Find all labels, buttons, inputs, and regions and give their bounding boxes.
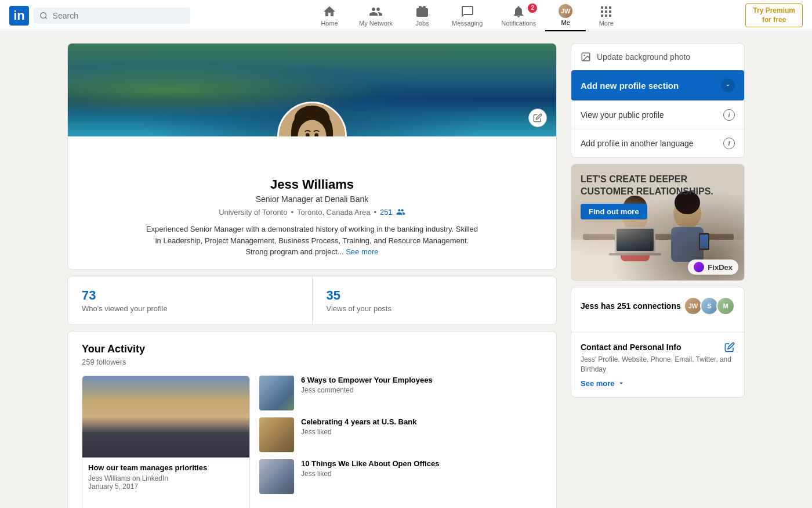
jobs-icon: [415, 5, 429, 19]
connections-icon: [396, 207, 405, 217]
activity-items: 6 Ways to Empower Your Employees Jess co…: [259, 376, 542, 509]
notification-badge: 2: [528, 3, 537, 13]
ad-brand-name: FixDex: [708, 263, 733, 272]
profile-banner: [68, 44, 556, 136]
svg-rect-7: [601, 15, 603, 17]
svg-rect-6: [609, 10, 611, 13]
connections-card: Jess has 251 connections JW S M Contact …: [571, 287, 745, 398]
connections-count[interactable]: 251: [380, 208, 393, 217]
bell-icon: [512, 5, 525, 19]
post-views-count: 35: [327, 288, 543, 303]
activity-item-3[interactable]: 10 Things We Like About Open Offices Jes…: [259, 459, 542, 494]
nav-jobs[interactable]: Jobs: [402, 0, 443, 31]
svg-rect-3: [609, 6, 611, 9]
featured-date: January 5, 2017: [88, 482, 244, 491]
activity-content: How our team manages priorities Jess Wil…: [82, 376, 542, 509]
featured-author: Jess Williams on LinkedIn: [88, 474, 244, 482]
activity-featured[interactable]: How our team manages priorities Jess Wil…: [82, 376, 250, 509]
svg-rect-9: [609, 15, 611, 17]
avatar: JW: [559, 4, 572, 18]
add-section-button[interactable]: Add new profile section: [571, 70, 744, 100]
search-icon: [39, 11, 48, 20]
profile-views-count: 73: [82, 288, 298, 303]
ad-image: LET'S CREATE DEEPER CUSTOMER RELATIONSHI…: [571, 164, 744, 280]
messaging-icon: [461, 5, 474, 19]
profile-title: Senior Manager at Denali Bank: [82, 194, 542, 204]
activity-item-1-title: 6 Ways to Empower Your Employees: [301, 376, 542, 384]
activity-followers: 259 followers: [82, 358, 542, 366]
activity-item-3-image: [259, 459, 294, 494]
ad-brand-logo: [694, 262, 704, 272]
nav-me[interactable]: JW Me: [545, 0, 586, 31]
featured-title: How our team manages priorities: [88, 463, 244, 472]
featured-image: [82, 376, 249, 457]
connections-label: Jess has 251 connections: [581, 301, 681, 311]
view-public-profile-link[interactable]: View your public profile i: [571, 100, 744, 129]
grid-icon: [599, 5, 613, 19]
profile-section: Jess Williams Senior Manager at Denali B…: [67, 43, 557, 508]
edit-profile-photo-button[interactable]: [528, 109, 547, 127]
edit-contact-icon[interactable]: [724, 342, 735, 352]
navbar: in Home My Network Jobs Messaging 2: [0, 0, 812, 31]
profile-name: Jess Williams: [82, 177, 542, 192]
activity-title: Your Activity: [82, 343, 542, 355]
sidebar: Update background photo Add new profile …: [571, 43, 745, 508]
nav-messaging[interactable]: Messaging: [443, 0, 492, 31]
search-box[interactable]: [34, 8, 190, 24]
activity-card: Your Activity 259 followers How our team…: [67, 331, 557, 509]
nav-more[interactable]: More: [586, 0, 626, 31]
post-views-label: Views of your posts: [327, 304, 543, 313]
see-more-contact-link[interactable]: See more: [581, 379, 735, 388]
activity-item-1[interactable]: 6 Ways to Empower Your Employees Jess co…: [259, 376, 542, 410]
contact-subtitle: Jess' Profile, Website, Phone, Email, Tw…: [581, 355, 735, 374]
profile-meta: University of Toronto • Toronto, Canada …: [82, 207, 542, 217]
profile-photo-wrapper: [277, 102, 347, 136]
search-input[interactable]: [53, 11, 184, 20]
info-icon-1: i: [723, 109, 735, 121]
network-icon: [369, 5, 383, 19]
profile-info: Jess Williams Senior Manager at Denali B…: [68, 136, 556, 269]
ad-cta-button[interactable]: Find out more: [581, 204, 647, 219]
profile-bio: Experienced Senior Manager with a demons…: [144, 224, 480, 258]
nav-home[interactable]: Home: [309, 0, 350, 31]
activity-item-2-image: [259, 417, 294, 452]
svg-point-0: [41, 12, 46, 18]
home-icon: [322, 5, 336, 19]
add-language-link[interactable]: Add profile in another language i: [571, 129, 744, 157]
post-views-stat[interactable]: 35 Views of your posts: [313, 276, 557, 325]
stats-card: 73 Who's viewed your profile 35 Views of…: [67, 276, 557, 325]
svg-rect-1: [601, 6, 603, 9]
profile-views-label: Who's viewed your profile: [82, 304, 298, 313]
info-icon-2: i: [723, 138, 735, 149]
ad-brand: FixDex: [688, 260, 738, 275]
svg-rect-4: [601, 10, 603, 13]
chevron-down-icon: [617, 379, 625, 387]
nav-items: Home My Network Jobs Messaging 2 Notific…: [190, 0, 745, 31]
svg-rect-5: [605, 10, 607, 13]
svg-rect-2: [605, 6, 607, 9]
sidebar-card-profile-actions: Update background photo Add new profile …: [571, 43, 745, 158]
svg-rect-8: [605, 15, 607, 17]
chevron-down-icon: [721, 78, 735, 92]
connections-avatars: JW S M: [684, 297, 735, 315]
bio-see-more-link[interactable]: See more: [346, 247, 378, 256]
activity-item-2-title: Celebrating 4 years at U.S. Bank: [301, 417, 542, 426]
activity-item-2-action: Jess liked: [301, 428, 542, 436]
profile-photo: [277, 102, 347, 136]
image-icon: [581, 52, 591, 62]
pencil-icon: [533, 113, 542, 123]
update-background-button[interactable]: Update background photo: [571, 44, 744, 70]
profile-views-stat[interactable]: 73 Who's viewed your profile: [68, 276, 313, 325]
ad-card: LET'S CREATE DEEPER CUSTOMER RELATIONSHI…: [571, 164, 745, 281]
activity-item-2[interactable]: Celebrating 4 years at U.S. Bank Jess li…: [259, 417, 542, 452]
premium-button[interactable]: Try Premium for free: [745, 3, 803, 27]
linkedin-logo[interactable]: in: [9, 6, 29, 26]
nav-notifications[interactable]: 2 Notifications: [492, 0, 545, 31]
main-container: Jess Williams Senior Manager at Denali B…: [58, 31, 754, 508]
ad-headline: LET'S CREATE DEEPER CUSTOMER RELATIONSHI…: [581, 174, 735, 198]
contact-title: Contact and Personal Info: [581, 343, 681, 352]
profile-avatar-svg: [279, 102, 345, 136]
nav-network[interactable]: My Network: [350, 0, 402, 31]
conn-avatar-3: M: [716, 297, 735, 315]
activity-item-1-image: [259, 376, 294, 410]
